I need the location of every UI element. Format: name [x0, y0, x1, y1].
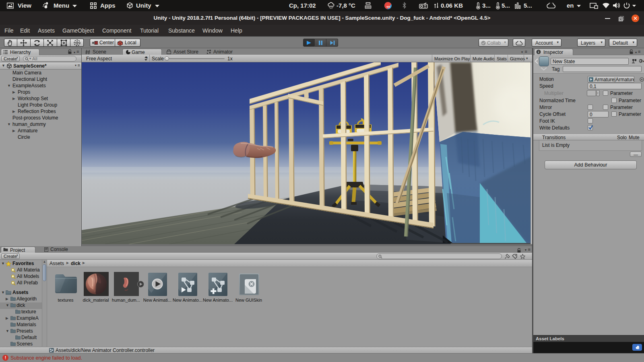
svg-text:423: 423: [386, 6, 390, 8]
